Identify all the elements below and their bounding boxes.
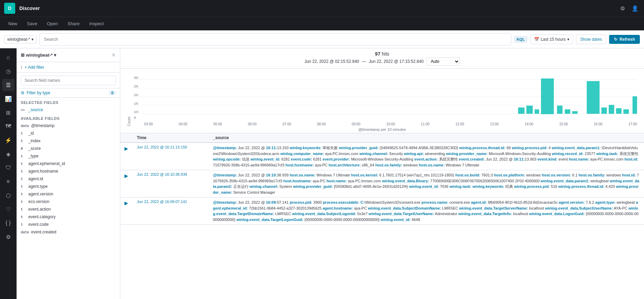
- nav-share[interactable]: Share: [63, 19, 84, 28]
- time-col-header[interactable]: Time: [137, 135, 213, 140]
- field-item-agent-id[interactable]: tagent.id: [17, 175, 120, 183]
- table-row: ▶ Jun 22, 2022 @ 16:10:38.939 @timestamp…: [120, 170, 644, 197]
- nav-save[interactable]: Save: [23, 19, 41, 28]
- selected-fields-title: Selected fields: [17, 98, 120, 106]
- filter-by-type-row[interactable]: ⚙ Filter by type 0: [17, 88, 120, 98]
- field-name: agent.ephemeral_id: [28, 161, 65, 166]
- show-dates-button[interactable]: Show dates: [576, 35, 607, 44]
- nav-icon-logs[interactable]: ≡: [2, 175, 15, 188]
- histogram-chart: 30 25 20 15 10 5: [134, 72, 637, 120]
- kql-badge[interactable]: KQL: [514, 36, 528, 43]
- field-item-agent-version[interactable]: tagent.version: [17, 190, 120, 198]
- field-name: agent.version: [28, 192, 53, 196]
- svg-rect-12: [557, 106, 562, 114]
- field-item-agent-ephemeral-id[interactable]: tagent.ephemeral_id: [17, 160, 120, 167]
- content-area: 97 hits Jun 22, 2022 @ 02:15:52.840 — Ju…: [120, 48, 644, 299]
- time-cell[interactable]: Jun 22, 2022 @ 16:11:13.150: [137, 145, 213, 149]
- svg-rect-11: [541, 78, 554, 114]
- svg-rect-13: [565, 109, 570, 114]
- expand-row-btn[interactable]: ▶: [124, 172, 137, 179]
- field-name: agent.type: [28, 184, 48, 189]
- hits-text: 97 hits: [127, 51, 637, 57]
- calendar-icon: 📅: [534, 37, 539, 42]
- available-fields-list: date@timestampt_idt_index#_scoret_typeta…: [17, 122, 120, 236]
- field-item--score[interactable]: #_score: [17, 145, 120, 152]
- refresh-icon: ↻: [614, 37, 617, 42]
- sidebar-close-icon[interactable]: ✕: [111, 52, 116, 58]
- field-item-event-category[interactable]: tevent.category: [17, 213, 120, 221]
- search-input[interactable]: [39, 33, 511, 46]
- svg-text:30: 30: [134, 76, 138, 79]
- interval-select[interactable]: Auto 1 minute 5 minutes 10 minutes 1 hou…: [426, 57, 460, 66]
- svg-rect-19: [623, 109, 629, 114]
- field-name: event.code: [28, 222, 49, 227]
- sidebar-index-pattern[interactable]: ⊞ winlogbeat-* ▾: [21, 52, 56, 58]
- nav-icon-visualize[interactable]: 📊: [2, 93, 15, 105]
- left-nav: ⌂ ◷ ☰ 📊 ⊞ 🗺 ⚡ ◈ 🛡 ≡ ⬡ ♡ { } ⚙: [0, 48, 17, 299]
- field-item-event-action[interactable]: tevent.action: [17, 205, 120, 213]
- field-name-source: _source: [28, 107, 43, 112]
- nav-icon-home[interactable]: ⌂: [2, 51, 15, 64]
- table-area[interactable]: Time _source ▶ Jun 22, 2022 @ 16:11:13.1…: [120, 133, 644, 299]
- index-icon: ⊞: [21, 52, 25, 58]
- nav-icon-uptime[interactable]: ♡: [2, 203, 15, 215]
- time-range-label: Last 15 hours: [541, 37, 566, 42]
- nav-icon-dev[interactable]: { }: [2, 217, 15, 229]
- field-item-agent-hostname[interactable]: tagent.hostname: [17, 167, 120, 175]
- field-type-icon: t: [21, 139, 26, 143]
- hits-label: hits: [382, 51, 389, 57]
- field-type-icon: t: [21, 154, 26, 158]
- nav-icon-infra[interactable]: ⬡: [2, 189, 15, 202]
- chart-x-labels: 03:0004:0005:0006:00 07:0008:0009:0010:0…: [144, 122, 637, 127]
- field-type-icon: t: [21, 162, 26, 166]
- field-item-agent-type[interactable]: tagent.type: [17, 183, 120, 190]
- settings-icon-btn[interactable]: ⚙: [618, 3, 627, 13]
- field-item--timestamp[interactable]: date@timestamp: [17, 122, 120, 129]
- index-pattern-label: winlogbeat-*: [7, 37, 30, 42]
- field-item-ecs-version[interactable]: tecs.version: [17, 198, 120, 205]
- nav-icon-ml[interactable]: ⚡: [2, 134, 15, 146]
- nav-inspect[interactable]: Inspect: [85, 19, 108, 28]
- field-type-icon: t: [21, 192, 26, 196]
- field-item-event-created[interactable]: dateevent.created: [17, 228, 120, 236]
- nav-icon-dashboard[interactable]: ⊞: [2, 106, 15, 119]
- index-pattern-selector[interactable]: winlogbeat-* ▾: [4, 35, 37, 44]
- sidebar: ⊞ winlogbeat-* ▾ ✕ ℹ + Add filter ⚙ Filt…: [17, 48, 120, 299]
- filter-by-type-left: ⚙ Filter by type: [21, 90, 50, 95]
- field-item-event-code[interactable]: tevent.code: [17, 221, 120, 228]
- nav-open[interactable]: Open: [43, 19, 62, 28]
- chevron-down-icon: ▾: [31, 37, 34, 42]
- field-item--type[interactable]: t_type: [17, 152, 120, 160]
- nav-icon-settings[interactable]: ⚙: [2, 231, 15, 243]
- field-item-source[interactable]: <> _source: [17, 106, 120, 114]
- field-name: _index: [28, 138, 40, 143]
- nav-new[interactable]: New: [4, 19, 21, 28]
- nav-icon-clock[interactable]: ◷: [2, 65, 15, 77]
- nav-icon-siem[interactable]: 🛡: [2, 162, 15, 174]
- field-type-icon: t: [21, 132, 26, 135]
- nav-icon-apm[interactable]: ◈: [2, 148, 15, 160]
- time-cell[interactable]: Jun 22, 2022 @ 16:09:07.141: [137, 200, 213, 204]
- sidebar-header: ⊞ winlogbeat-* ▾ ✕: [17, 48, 120, 62]
- nav-icon-discover[interactable]: ☰: [2, 79, 15, 91]
- top-bar-right: ⚙ 👤: [618, 3, 640, 13]
- refresh-button[interactable]: ↻ Refresh: [609, 35, 640, 44]
- add-filter-button[interactable]: + Add filter: [25, 65, 44, 70]
- expand-row-btn[interactable]: ▶: [124, 200, 137, 206]
- search-fields-input[interactable]: [21, 76, 116, 85]
- below-toolbar: ⌂ ◷ ☰ 📊 ⊞ 🗺 ⚡ ◈ 🛡 ≡ ⬡ ♡ { } ⚙ ⊞ winlogbe…: [0, 48, 644, 299]
- svg-rect-18: [616, 108, 622, 114]
- expand-row-btn[interactable]: ▶: [124, 145, 137, 151]
- chart-area: Count 30 25 20 15 10: [120, 69, 644, 133]
- field-item--id[interactable]: t_id: [17, 129, 120, 137]
- chevron-down-icon-time: ▾: [567, 37, 569, 42]
- field-item--index[interactable]: t_index: [17, 137, 120, 145]
- field-type-icon: t: [21, 215, 26, 219]
- nav-icon-maps[interactable]: 🗺: [2, 120, 15, 133]
- user-icon-btn[interactable]: 👤: [630, 3, 640, 13]
- time-cell[interactable]: Jun 22, 2022 @ 16:10:38.939: [137, 172, 213, 176]
- time-picker[interactable]: 📅 Last 15 hours ▾: [530, 35, 573, 44]
- time-to: Jun 22, 2022 @ 17:15:52.840: [369, 59, 423, 64]
- source-col-header: _source: [213, 135, 640, 140]
- field-type-icon: <>: [21, 108, 26, 112]
